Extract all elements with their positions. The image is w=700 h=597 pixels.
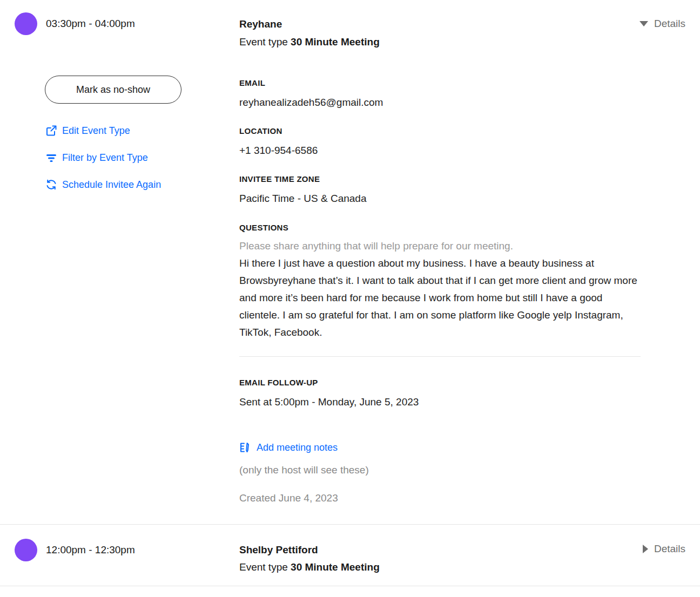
location-label: LOCATION	[239, 126, 641, 136]
details-toggle-label: Details	[654, 18, 685, 30]
location-value: +1 310-954-6586	[239, 144, 641, 157]
timezone-label: INVITEE TIME ZONE	[239, 174, 641, 184]
event-type-label: Event type	[239, 36, 288, 48]
details-toggle-collapsed[interactable]: Details	[643, 543, 685, 555]
meeting-left-column: 03:30pm - 04:00pm Mark as no-show Edit E…	[0, 0, 239, 505]
add-meeting-notes-label: Add meeting notes	[257, 442, 338, 453]
time-row: 03:30pm - 04:00pm	[15, 0, 239, 35]
host-only-note: (only the host will see these)	[239, 464, 641, 477]
meeting-time-range: 12:00pm - 12:30pm	[46, 544, 135, 556]
email-follow-up-label: EMAIL FOLLOW-UP	[239, 378, 641, 388]
event-type-value: 30 Minute Meeting	[291, 561, 380, 573]
event-color-dot	[15, 12, 37, 35]
refresh-icon	[46, 179, 57, 190]
meeting-detail-column: Reyhane Event type 30 Minute Meeting EMA…	[239, 0, 700, 505]
triangle-right-icon	[643, 545, 648, 553]
questions-label: QUESTIONS	[239, 223, 641, 233]
details-toggle-label: Details	[654, 543, 685, 555]
add-meeting-notes-link[interactable]: Add meeting notes	[239, 441, 641, 454]
mark-no-show-button[interactable]: Mark as no-show	[45, 76, 181, 104]
event-type-value: 30 Minute Meeting	[291, 36, 380, 48]
schedule-invitee-again-label: Schedule Invitee Again	[62, 179, 161, 191]
created-date: Created June 4, 2023	[239, 492, 641, 505]
questions-section: QUESTIONS Please share anything that wil…	[239, 223, 641, 341]
event-type-line: Event type 30 Minute Meeting	[239, 36, 641, 49]
time-row: 12:00pm - 12:30pm	[15, 539, 239, 561]
filter-icon	[46, 152, 57, 163]
meeting-card-collapsed: 12:00pm - 12:30pm Shelby Pettiford Event…	[0, 525, 700, 586]
meeting-action-links: Edit Event Type Filter by Event Type	[46, 124, 239, 191]
event-type-label: Event type	[239, 561, 288, 573]
email-follow-up-value: Sent at 5:00pm - Monday, June 5, 2023	[239, 396, 641, 409]
scheduled-events-panel: 03:30pm - 04:00pm Mark as no-show Edit E…	[0, 0, 700, 586]
timezone-value: Pacific Time - US & Canada	[239, 192, 641, 205]
meeting-notes-icon	[239, 442, 251, 453]
question-answer: Hi there I just have a question about my…	[239, 255, 641, 341]
meeting-time-range: 03:30pm - 04:00pm	[46, 18, 135, 30]
invitee-name: Shelby Pettiford	[239, 544, 641, 557]
edit-event-type-label: Edit Event Type	[62, 125, 130, 137]
meeting-left-column: 12:00pm - 12:30pm	[0, 539, 239, 574]
edit-event-type-link[interactable]: Edit Event Type	[46, 124, 239, 137]
filter-by-event-type-link[interactable]: Filter by Event Type	[46, 151, 239, 164]
event-type-line: Event type 30 Minute Meeting	[239, 561, 641, 574]
event-color-dot	[15, 539, 37, 561]
details-toggle-expanded[interactable]: Details	[640, 18, 685, 30]
meeting-detail-column: Shelby Pettiford Event type 30 Minute Me…	[239, 539, 700, 574]
email-label: EMAIL	[239, 78, 641, 88]
schedule-invitee-again-link[interactable]: Schedule Invitee Again	[46, 178, 239, 191]
section-divider	[239, 356, 641, 357]
meeting-card-expanded: 03:30pm - 04:00pm Mark as no-show Edit E…	[0, 0, 700, 525]
external-link-icon	[46, 125, 57, 136]
question-prompt: Please share anything that will help pre…	[239, 238, 641, 255]
filter-by-event-type-label: Filter by Event Type	[62, 152, 148, 164]
invitee-name: Reyhane	[239, 18, 641, 31]
email-value: reyhanealizadeh56@gmail.com	[239, 96, 641, 109]
triangle-down-icon	[640, 21, 648, 26]
